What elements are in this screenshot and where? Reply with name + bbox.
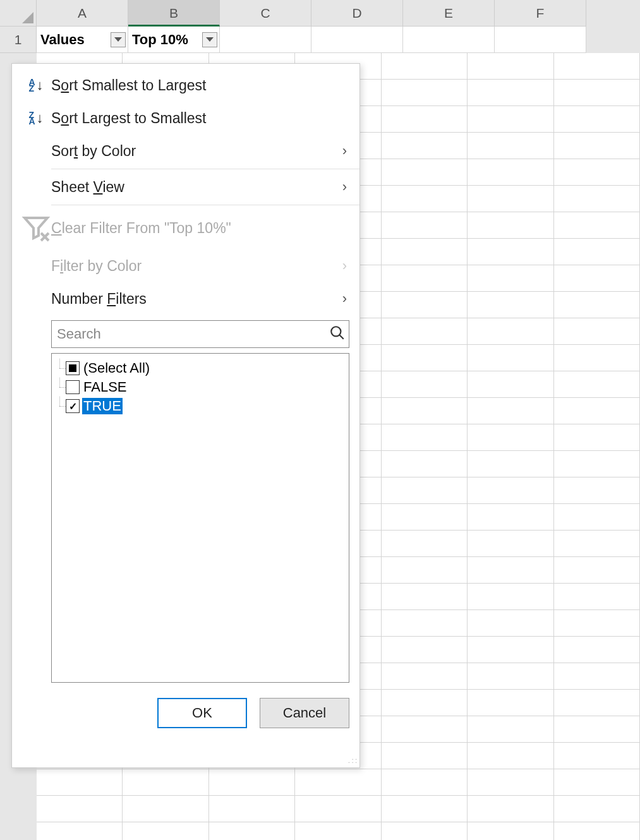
value-label: FALSE	[82, 379, 128, 395]
clear-filter-icon	[21, 213, 51, 243]
filter-value-item[interactable]: TRUE	[57, 397, 344, 416]
cell-C1[interactable]	[220, 27, 311, 53]
sheet-view-item[interactable]: Sheet View ›	[12, 171, 359, 203]
separator	[51, 205, 359, 205]
cell-F1[interactable]	[495, 27, 586, 53]
chevron-right-icon: ›	[342, 258, 347, 274]
grid-body: 1 Values Top 10% // rows injected below	[0, 27, 640, 53]
col-header-C[interactable]: C	[220, 0, 311, 27]
row-headers: 1	[0, 27, 37, 53]
menu-label: Sheet View	[51, 179, 342, 196]
menu-label: Sort Smallest to Largest	[51, 77, 347, 94]
clear-filter-item: Clear Filter From "Top 10%"	[12, 207, 359, 249]
column-headers-row: A B C D E F	[0, 0, 640, 27]
separator	[51, 169, 359, 169]
cell-value: Values	[40, 32, 85, 48]
resize-grip-icon[interactable]: . .. . .	[348, 756, 357, 765]
filter-values-list: (Select All) FALSE TRUE	[51, 353, 349, 683]
chevron-right-icon: ›	[342, 291, 347, 307]
number-filters-item[interactable]: Number Filters ›	[12, 282, 359, 315]
chevron-right-icon: ›	[342, 143, 347, 159]
cell-A1[interactable]: Values	[37, 27, 128, 53]
value-label: TRUE	[82, 398, 123, 414]
filter-by-color-item: Filter by Color ›	[12, 249, 359, 282]
checkbox-unchecked[interactable]	[66, 380, 80, 394]
col-header-A[interactable]: A	[37, 0, 128, 27]
cells: Values Top 10% // rows injected below vi…	[37, 27, 640, 53]
chevron-right-icon: ›	[342, 179, 347, 195]
search-wrap	[51, 320, 349, 348]
value-label: (Select All)	[82, 360, 151, 376]
col-header-E[interactable]: E	[403, 0, 495, 27]
row-header-1[interactable]: 1	[0, 27, 37, 53]
filter-dropdown-button-B[interactable]	[202, 32, 217, 47]
ok-button[interactable]: OK	[157, 698, 247, 728]
checkbox-checked[interactable]	[66, 399, 80, 413]
cell-value: Top 10%	[132, 32, 188, 48]
col-header-B[interactable]: B	[128, 0, 220, 27]
select-all-corner[interactable]	[0, 0, 37, 27]
sort-za-icon: ZA↓	[21, 110, 51, 126]
sort-ascending-item[interactable]: AZ↓ Sort Smallest to Largest	[12, 69, 359, 102]
menu-label: Sort by Color	[51, 143, 342, 160]
col-header-D[interactable]: D	[311, 0, 403, 27]
button-row: OK Cancel	[12, 685, 359, 735]
select-all-item[interactable]: (Select All)	[57, 359, 344, 378]
col-header-F[interactable]: F	[495, 0, 586, 27]
row-1: Values Top 10%	[37, 27, 640, 53]
checkbox-indeterminate[interactable]	[66, 361, 80, 375]
cell-B1[interactable]: Top 10%	[128, 27, 220, 53]
cancel-button[interactable]: Cancel	[260, 698, 349, 728]
filter-search-input[interactable]	[51, 320, 349, 348]
search-icon	[329, 325, 346, 344]
sort-az-icon: AZ↓	[21, 77, 51, 93]
menu-label: Clear Filter From "Top 10%"	[51, 220, 347, 237]
svg-line-3	[339, 335, 344, 339]
menu-label: Number Filters	[51, 291, 342, 308]
menu-label: Sort Largest to Smallest	[51, 110, 347, 127]
menu-label: Filter by Color	[51, 258, 342, 275]
filter-value-item[interactable]: FALSE	[57, 378, 344, 397]
sort-by-color-item[interactable]: Sort by Color ›	[12, 135, 359, 167]
filter-dropdown-button-A[interactable]	[111, 32, 126, 47]
cell-D1[interactable]	[311, 27, 403, 53]
filter-dropdown-menu: AZ↓ Sort Smallest to Largest ZA↓ Sort La…	[11, 63, 360, 768]
sort-descending-item[interactable]: ZA↓ Sort Largest to Smallest	[12, 102, 359, 135]
cell-E1[interactable]	[403, 27, 495, 53]
svg-point-2	[331, 327, 341, 336]
